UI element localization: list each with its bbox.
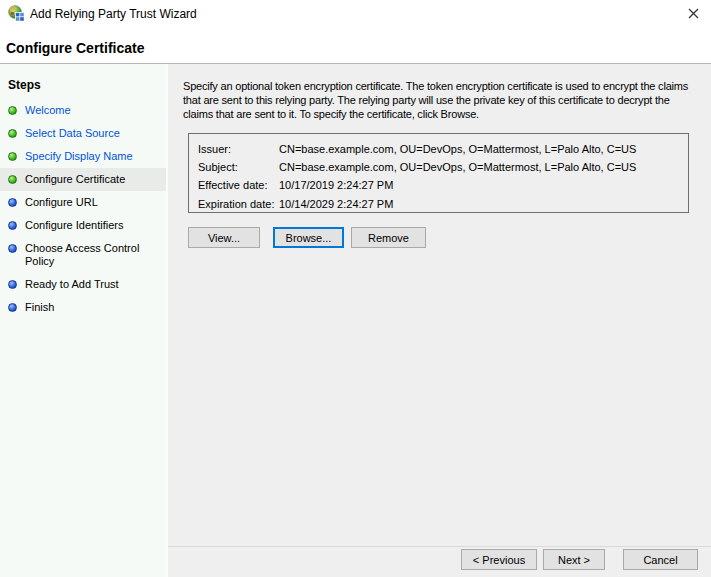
cert-row-expiration-date: Expiration date: 10/14/2029 2:24:27 PM <box>198 195 679 213</box>
blue-dot-icon <box>8 198 17 207</box>
sidebar-item-configure-identifiers: Configure Identifiers <box>0 214 166 237</box>
blue-dot-icon <box>8 221 17 230</box>
cancel-button[interactable]: Cancel <box>623 549 698 570</box>
blue-dot-icon <box>8 303 17 312</box>
window-title: Add Relying Party Trust Wizard <box>30 7 197 21</box>
close-icon <box>688 7 699 22</box>
instructions-text: Specify an optional token encryption cer… <box>183 79 700 121</box>
adfs-wizard-app-icon <box>8 5 25 22</box>
green-dot-icon <box>8 152 17 161</box>
green-dot-icon <box>8 106 17 115</box>
sidebar-item-select-data-source[interactable]: Select Data Source <box>0 122 166 145</box>
cert-row-issuer: Issuer: CN=base.example.com, OU=DevOps, … <box>198 140 679 158</box>
green-dot-icon <box>8 175 17 184</box>
window-titlebar: Add Relying Party Trust Wizard <box>0 0 711 28</box>
sidebar-item-welcome[interactable]: Welcome <box>0 99 166 122</box>
cert-row-subject: Subject: CN=base.example.com, OU=DevOps,… <box>198 158 679 176</box>
sidebar-item-choose-access-control-policy: Choose Access Control Policy <box>0 237 166 273</box>
close-button[interactable] <box>683 4 703 24</box>
cert-value: CN=base.example.com, OU=DevOps, O=Matter… <box>279 158 679 176</box>
sidebar-item-configure-certificate: Configure Certificate <box>0 168 166 191</box>
step-label: Select Data Source <box>25 127 120 140</box>
step-label: Choose Access Control Policy <box>25 242 162 268</box>
browse-button[interactable]: Browse... <box>273 227 344 248</box>
next-button[interactable]: Next > <box>543 549 605 570</box>
step-label: Configure Certificate <box>25 173 125 186</box>
cert-value: 10/17/2019 2:24:27 PM <box>279 176 679 194</box>
cert-label: Subject: <box>198 158 279 176</box>
blue-dot-icon <box>8 280 17 289</box>
steps-sidebar: Steps Welcome Select Data Source Specify… <box>0 64 166 577</box>
cert-row-effective-date: Effective date: 10/17/2019 2:24:27 PM <box>198 176 679 194</box>
steps-list: Welcome Select Data Source Specify Displ… <box>0 99 166 319</box>
cert-label: Effective date: <box>198 176 279 194</box>
certificate-panel: Issuer: CN=base.example.com, OU=DevOps, … <box>188 133 689 213</box>
cert-label: Expiration date: <box>198 195 279 213</box>
sidebar-item-ready-to-add-trust: Ready to Add Trust <box>0 273 166 296</box>
cert-value: CN=base.example.com, OU=DevOps, O=Matter… <box>279 140 679 158</box>
remove-button[interactable]: Remove <box>351 227 426 248</box>
page-title: Configure Certificate <box>6 40 144 56</box>
sidebar-item-finish: Finish <box>0 296 166 319</box>
step-label: Finish <box>25 301 54 314</box>
step-label: Welcome <box>25 104 71 117</box>
green-dot-icon <box>8 129 17 138</box>
main-content: Specify an optional token encryption cer… <box>168 64 711 577</box>
previous-button[interactable]: < Previous <box>461 549 537 570</box>
step-label: Ready to Add Trust <box>25 278 119 291</box>
view-button[interactable]: View... <box>188 227 260 248</box>
step-label: Specify Display Name <box>25 150 133 163</box>
blue-dot-icon <box>8 244 17 253</box>
cert-value: 10/14/2029 2:24:27 PM <box>279 195 679 213</box>
cert-label: Issuer: <box>198 140 279 158</box>
footer-bar: < Previous Next > Cancel <box>168 546 711 577</box>
step-label: Configure URL <box>25 196 98 209</box>
steps-heading: Steps <box>0 64 166 99</box>
step-label: Configure Identifiers <box>25 219 123 232</box>
sidebar-item-configure-url: Configure URL <box>0 191 166 214</box>
sidebar-item-specify-display-name[interactable]: Specify Display Name <box>0 145 166 168</box>
